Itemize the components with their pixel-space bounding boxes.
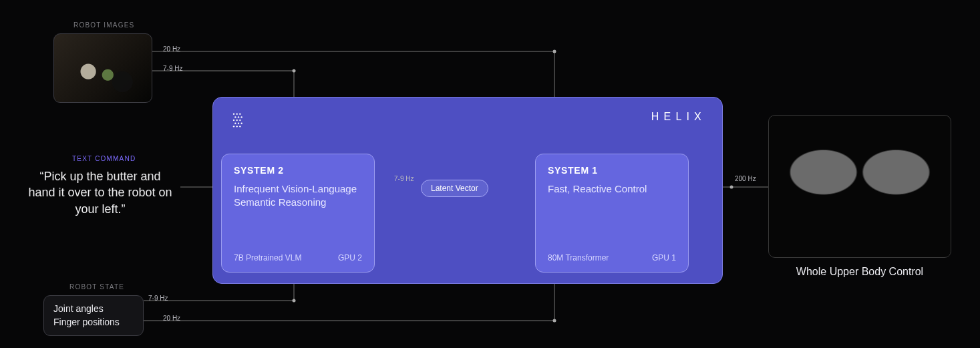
robot-images-label: ROBOT IMAGES <box>73 21 134 29</box>
svg-point-14 <box>241 116 242 118</box>
svg-point-9 <box>233 114 234 115</box>
svg-point-17 <box>239 120 240 121</box>
output-caption: Whole Upper Body Control <box>768 266 951 278</box>
system2-card: SYSTEM 2 Infrequent Vision-Language Sema… <box>221 154 375 273</box>
system2-gpu: GPU 2 <box>338 253 362 263</box>
system2-model: 7B Pretrained VLM <box>234 253 301 263</box>
latent-vector-pill: Latent Vector <box>421 180 488 197</box>
system1-card: SYSTEM 1 Fast, Reactive Control 80M Tran… <box>535 154 689 273</box>
helix-brand: HELIX <box>651 111 706 123</box>
robot-state-line: Finger positions <box>53 316 134 329</box>
system1-gpu: GPU 1 <box>652 253 676 263</box>
svg-point-23 <box>239 126 240 127</box>
svg-point-13 <box>238 116 239 118</box>
system1-model: 80M Transformer <box>548 253 609 263</box>
svg-point-19 <box>238 123 239 124</box>
rate-latent: 7-9 Hz <box>394 175 414 182</box>
rate-state-sys1: 20 Hz <box>163 315 180 322</box>
rate-output: 200 Hz <box>735 175 756 182</box>
svg-point-3 <box>293 299 296 303</box>
helix-logo-icon <box>229 111 248 130</box>
svg-point-18 <box>234 123 236 124</box>
svg-point-0 <box>553 50 556 53</box>
rate-state-sys2: 7-9 Hz <box>148 295 168 302</box>
svg-point-22 <box>236 126 238 127</box>
svg-point-15 <box>233 120 234 121</box>
rate-images-sys2: 7-9 Hz <box>163 65 182 72</box>
system2-desc: Infrequent Vision-Language Semantic Reas… <box>234 182 362 253</box>
robot-state-label: ROBOT STATE <box>69 283 124 291</box>
text-command-value: “Pick up the butter and hand it over to … <box>27 168 174 217</box>
system1-title: SYSTEM 1 <box>548 165 676 176</box>
svg-point-10 <box>236 114 238 115</box>
robot-state-box: Joint angles Finger positions <box>43 295 144 336</box>
svg-point-12 <box>234 116 236 118</box>
robot-images-thumbnail <box>53 33 152 103</box>
svg-point-21 <box>233 126 234 127</box>
output-image <box>768 115 951 258</box>
text-command-label: TEXT COMMAND <box>72 155 136 162</box>
svg-point-20 <box>241 123 242 124</box>
rate-images-sys1: 20 Hz <box>163 45 180 53</box>
svg-point-1 <box>293 69 296 73</box>
svg-point-8 <box>730 186 733 189</box>
system2-title: SYSTEM 2 <box>234 165 362 176</box>
svg-point-4 <box>553 319 556 323</box>
svg-point-11 <box>239 114 240 115</box>
robot-state-line: Joint angles <box>53 303 134 316</box>
system1-desc: Fast, Reactive Control <box>548 182 676 253</box>
svg-point-16 <box>236 120 238 121</box>
